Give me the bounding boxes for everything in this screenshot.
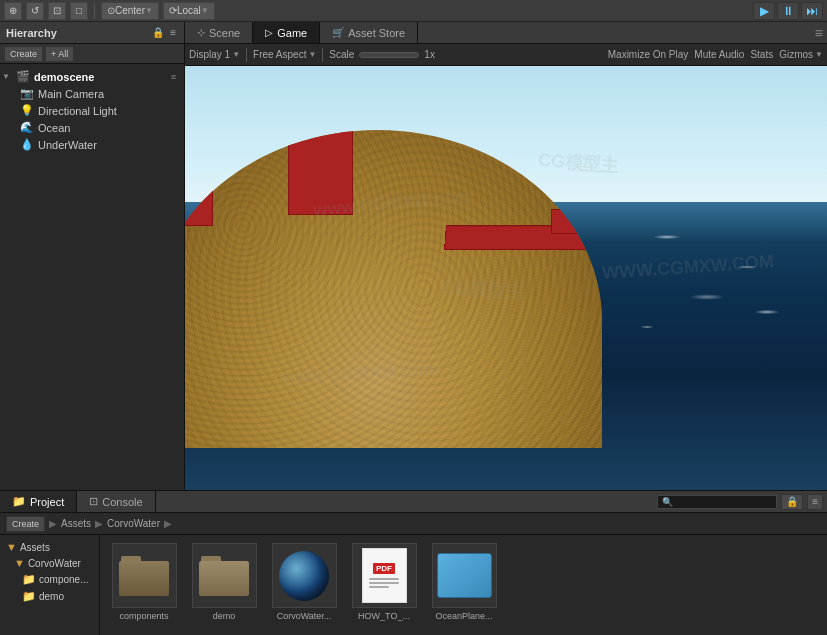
hierarchy-lock-btn[interactable]: 🔒 bbox=[150, 27, 166, 38]
asset-thumb-howto: PDF bbox=[352, 543, 417, 608]
sidebar-demo[interactable]: 📁 demo bbox=[0, 588, 99, 605]
tab-game[interactable]: ▷ Game bbox=[253, 22, 320, 43]
asset-item-howto[interactable]: PDF HOW_TO_... bbox=[348, 543, 420, 621]
asset-item-components[interactable]: components bbox=[108, 543, 180, 621]
maximize-on-play-btn[interactable]: Maximize On Play bbox=[608, 49, 689, 60]
hierarchy-title: Hierarchy bbox=[6, 27, 57, 39]
asset-thumb-components bbox=[112, 543, 177, 608]
center-area: ⊹ Scene ▷ Game 🛒 Asset Store ≡ Display 1… bbox=[185, 22, 827, 490]
pdf-badge: PDF bbox=[373, 563, 395, 574]
asset-item-corvowater[interactable]: CorvoWater... bbox=[268, 543, 340, 621]
hierarchy-toolbar: Create + All bbox=[0, 44, 184, 64]
tab-asset-store[interactable]: 🛒 Asset Store bbox=[320, 22, 418, 43]
breadcrumb-assets[interactable]: Assets bbox=[61, 518, 91, 529]
search-icon: 🔍 bbox=[662, 497, 673, 507]
plane-shape bbox=[437, 553, 492, 598]
game-tab-icon: ▷ bbox=[265, 27, 273, 38]
game-toolbar: Display 1 ▼ Free Aspect ▼ Scale 1x Maxim… bbox=[185, 44, 827, 66]
asset-item-oceanplane[interactable]: OceanPlane... bbox=[428, 543, 500, 621]
toolbar-sep-1 bbox=[246, 48, 247, 62]
light-icon: 💡 bbox=[20, 104, 34, 117]
space-local-btn[interactable]: ⟳ Local ▼ bbox=[163, 2, 215, 20]
console-tab-label: Console bbox=[102, 496, 142, 508]
asset-search-box[interactable]: 🔍 bbox=[657, 495, 777, 509]
sidebar-assets-label: Assets bbox=[20, 542, 50, 553]
stats-label: Stats bbox=[750, 49, 773, 60]
project-create-btn[interactable]: Create bbox=[6, 516, 45, 532]
ocean-icon: 🌊 bbox=[20, 121, 34, 134]
breadcrumb-sep-0: ▶ bbox=[49, 518, 57, 529]
camera-icon: 📷 bbox=[20, 87, 34, 100]
asset-store-icon: 🛒 bbox=[332, 27, 344, 38]
viewport[interactable]: www.CGMXW.com CG模型主 www.CGMXW.com CG模型主 … bbox=[185, 66, 827, 490]
hierarchy-all-btn[interactable]: + All bbox=[45, 46, 74, 62]
scene-expand-icon: ≡ bbox=[171, 72, 176, 82]
asset-thumb-oceanplane bbox=[432, 543, 497, 608]
tool-scale[interactable]: ⊡ bbox=[48, 2, 66, 20]
tab-bar: ⊹ Scene ▷ Game 🛒 Asset Store ≡ bbox=[185, 22, 827, 44]
tool-move[interactable]: ⊕ bbox=[4, 2, 22, 20]
bottom-panel: 📁 Project ⊡ Console 🔍 🔒 ≡ Create ▶ Asset… bbox=[0, 490, 827, 635]
scale-label: Scale bbox=[329, 49, 354, 60]
space-icon: ⟳ bbox=[169, 5, 177, 16]
folder-shape-demo bbox=[199, 556, 249, 596]
mute-audio-btn[interactable]: Mute Audio bbox=[694, 49, 744, 60]
display-selector[interactable]: Display 1 ▼ bbox=[189, 49, 240, 60]
gizmos-btn[interactable]: Gizmos ▼ bbox=[779, 49, 823, 60]
tab-console[interactable]: ⊡ Console bbox=[77, 491, 155, 512]
sidebar-corvowater[interactable]: ▼ CorvoWater bbox=[0, 555, 99, 571]
bottom-panel-right: 🔍 🔒 ≡ bbox=[653, 491, 827, 512]
sidebar-corvowater-label: CorvoWater bbox=[28, 558, 81, 569]
breadcrumb-sep-2: ▶ bbox=[164, 518, 172, 529]
pdf-shape: PDF bbox=[362, 548, 407, 603]
red-box-1 bbox=[185, 146, 213, 226]
sidebar-demo-label: demo bbox=[39, 591, 64, 602]
maximize-label: Maximize On Play bbox=[608, 49, 689, 60]
hierarchy-header: Hierarchy 🔒 ≡ bbox=[0, 22, 184, 44]
bottom-panel-menu-btn[interactable]: ≡ bbox=[807, 494, 823, 510]
hierarchy-item-0[interactable]: 📷 Main Camera bbox=[0, 85, 184, 102]
hierarchy-item-3[interactable]: 💧 UnderWater bbox=[0, 136, 184, 153]
folder-shape-components bbox=[119, 556, 169, 596]
hierarchy-item-label-1: Directional Light bbox=[38, 105, 117, 117]
project-toolbar: Create ▶ Assets ▶ CorvoWater ▶ bbox=[0, 513, 827, 535]
bottom-panel-lock-btn[interactable]: 🔒 bbox=[781, 494, 803, 510]
scene-tab-icon: ⊹ bbox=[197, 27, 205, 38]
tab-project[interactable]: 📁 Project bbox=[0, 491, 77, 512]
asset-label-corvowater: CorvoWater... bbox=[277, 611, 332, 621]
aspect-dropdown-icon: ▼ bbox=[308, 50, 316, 59]
display-dropdown-icon: ▼ bbox=[232, 50, 240, 59]
asset-label-demo: demo bbox=[213, 611, 236, 621]
sidebar-assets[interactable]: ▼ Assets bbox=[0, 539, 99, 555]
hierarchy-menu-btn[interactable]: ≡ bbox=[168, 27, 178, 38]
space-dropdown-arrow: ▼ bbox=[201, 6, 209, 15]
mute-label: Mute Audio bbox=[694, 49, 744, 60]
tool-rect[interactable]: □ bbox=[70, 2, 88, 20]
hierarchy-scene-name: demoscene bbox=[34, 71, 95, 83]
tool-rotate[interactable]: ↺ bbox=[26, 2, 44, 20]
aspect-selector[interactable]: Free Aspect ▼ bbox=[253, 49, 316, 60]
tab-options-icon[interactable]: ≡ bbox=[815, 25, 823, 41]
hierarchy-create-btn[interactable]: Create bbox=[4, 46, 43, 62]
pdf-line-1 bbox=[369, 578, 399, 580]
hierarchy-scene-root[interactable]: ▼ 🎬 demoscene ≡ bbox=[0, 68, 184, 85]
asset-thumb-demo bbox=[192, 543, 257, 608]
scale-selector[interactable]: Scale 1x bbox=[329, 49, 435, 60]
tab-scene[interactable]: ⊹ Scene bbox=[185, 22, 253, 43]
pause-button[interactable]: ⏸ bbox=[777, 2, 799, 20]
play-button[interactable]: ▶ bbox=[753, 2, 775, 20]
top-toolbar: ⊕ ↺ ⊡ □ ⊙ Center ▼ ⟳ Local ▼ ▶ ⏸ ⏭ bbox=[0, 0, 827, 22]
sidebar-component[interactable]: 📁 compone... bbox=[0, 571, 99, 588]
hierarchy-item-1[interactable]: 💡 Directional Light bbox=[0, 102, 184, 119]
hierarchy-item-2[interactable]: 🌊 Ocean bbox=[0, 119, 184, 136]
sidebar-component-label: compone... bbox=[39, 574, 88, 585]
asset-item-demo[interactable]: demo bbox=[188, 543, 260, 621]
pivot-label: Center bbox=[115, 5, 145, 16]
project-tab-icon: 📁 bbox=[12, 495, 26, 508]
pivot-center-btn[interactable]: ⊙ Center ▼ bbox=[101, 2, 159, 20]
stats-btn[interactable]: Stats bbox=[750, 49, 773, 60]
step-button[interactable]: ⏭ bbox=[801, 2, 823, 20]
breadcrumb-corvowater[interactable]: CorvoWater bbox=[107, 518, 160, 529]
pivot-icon: ⊙ bbox=[107, 5, 115, 16]
scale-slider[interactable] bbox=[359, 52, 419, 58]
